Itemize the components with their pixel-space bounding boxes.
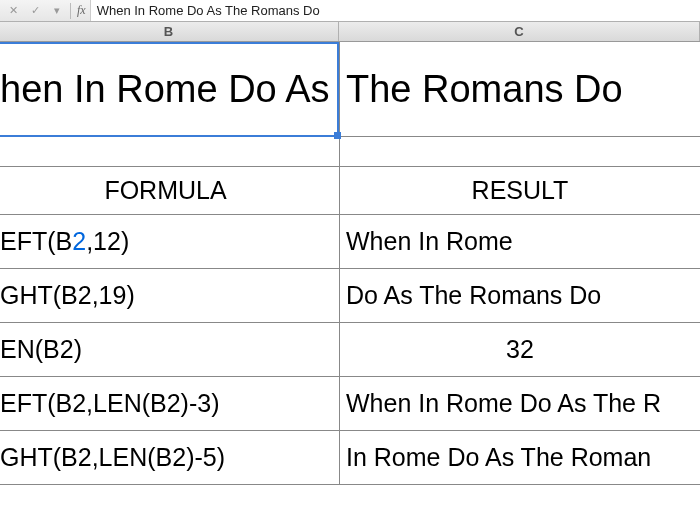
table-row: FORMULA RESULT — [0, 167, 700, 215]
table-row — [0, 137, 700, 167]
table-row: GHT(B2,19)Do As The Romans Do — [0, 269, 700, 323]
cell-b2[interactable]: hen In Rome Do As — [0, 42, 340, 136]
cancel-icon[interactable]: ✕ — [4, 2, 22, 20]
result-cell[interactable]: Do As The Romans Do — [340, 269, 700, 322]
cell-text: EN(B2) — [0, 335, 82, 364]
cell-text: When In Rome Do As The R — [346, 389, 661, 418]
divider — [70, 3, 71, 19]
result-cell[interactable]: When In Rome — [340, 215, 700, 268]
result-cell[interactable]: 32 — [340, 323, 700, 376]
cell[interactable] — [0, 137, 340, 166]
spreadsheet-grid: hen In Rome Do As The Romans Do FORMULA … — [0, 42, 700, 485]
result-cell[interactable]: In Rome Do As The Roman — [340, 431, 700, 484]
cell-text: GHT(B2,19) — [0, 281, 135, 310]
cell-text: When In Rome — [346, 227, 513, 256]
cell-c2[interactable]: The Romans Do — [340, 42, 700, 136]
column-headers: B C — [0, 22, 700, 42]
table-row: EN(B2)32 — [0, 323, 700, 377]
formula-cell[interactable]: EFT(B2,LEN(B2)-3) — [0, 377, 340, 430]
result-cell[interactable]: When In Rome Do As The R — [340, 377, 700, 430]
cell-text: EFT(B2,12) — [0, 227, 129, 256]
column-header-b[interactable]: B — [0, 22, 339, 41]
cell-text: In Rome Do As The Roman — [346, 443, 651, 472]
dropdown-icon[interactable]: ▾ — [48, 2, 66, 20]
table-row: hen In Rome Do As The Romans Do — [0, 42, 700, 137]
cell-text: Do As The Romans Do — [346, 281, 601, 310]
formula-input[interactable]: When In Rome Do As The Romans Do — [90, 0, 700, 21]
formula-cell[interactable]: GHT(B2,19) — [0, 269, 340, 322]
fx-label[interactable]: fx — [77, 3, 86, 18]
table-row: EFT(B2,LEN(B2)-3)When In Rome Do As The … — [0, 377, 700, 431]
confirm-icon[interactable]: ✓ — [26, 2, 44, 20]
cell-text: The Romans Do — [346, 68, 623, 111]
formula-cell[interactable]: EN(B2) — [0, 323, 340, 376]
formula-bar: ✕ ✓ ▾ fx When In Rome Do As The Romans D… — [0, 0, 700, 22]
cell-text: 32 — [506, 335, 534, 364]
table-row: EFT(B2,12)When In Rome — [0, 215, 700, 269]
cell-text: EFT(B2,LEN(B2)-3) — [0, 389, 219, 418]
cell-text: hen In Rome Do As — [0, 68, 330, 111]
formula-cell[interactable]: GHT(B2,LEN(B2)-5) — [0, 431, 340, 484]
column-header-c[interactable]: C — [339, 22, 700, 41]
cell[interactable] — [340, 137, 700, 166]
formula-cell[interactable]: EFT(B2,12) — [0, 215, 340, 268]
header-result[interactable]: RESULT — [340, 167, 700, 214]
cell-text: GHT(B2,LEN(B2)-5) — [0, 443, 225, 472]
header-formula[interactable]: FORMULA — [0, 167, 340, 214]
table-row: GHT(B2,LEN(B2)-5)In Rome Do As The Roman — [0, 431, 700, 485]
